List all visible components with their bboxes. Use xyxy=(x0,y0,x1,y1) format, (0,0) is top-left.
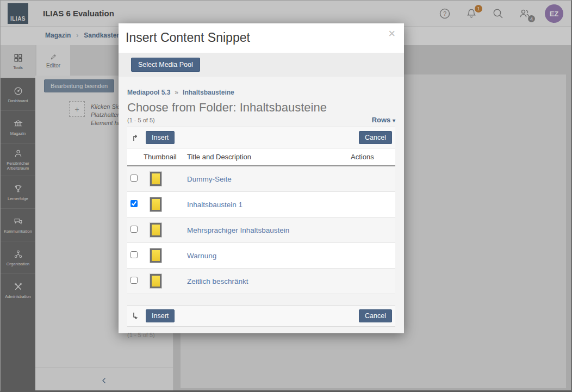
page-thumbnail-icon xyxy=(150,172,161,186)
chevron-down-icon: ▾ xyxy=(393,117,395,123)
table-row: Zeitlich beschränkt xyxy=(127,269,395,294)
media-pool-toolbar: Select Media Pool xyxy=(119,53,404,77)
table-row: Inhaltsbaustein 1 xyxy=(127,192,395,217)
row-title-link[interactable]: Warnung xyxy=(187,252,216,260)
modal-breadcrumb-link-mediapool[interactable]: Mediapool 5.3 xyxy=(127,89,170,96)
pagination-top: (1 - 5 of 5) xyxy=(127,117,155,123)
row-checkbox-2[interactable] xyxy=(130,226,138,233)
row-title-link[interactable]: Dummy-Seite xyxy=(187,175,232,183)
modal-title: Insert Content Snippet xyxy=(126,30,250,45)
column-header-title: Title and Description xyxy=(187,153,351,161)
table-toolbar-bottom: Insert Cancel xyxy=(127,305,395,327)
column-header-actions: Actions xyxy=(351,153,395,161)
insert-above-arrow-icon xyxy=(130,133,140,142)
row-title-link[interactable]: Mehrsprachiger Inhaltsbaustein xyxy=(187,226,289,234)
page-thumbnail-icon xyxy=(150,248,161,263)
content-snippet-table: Thumbnail Title and Description Actions … xyxy=(127,148,395,294)
table-header-row: Thumbnail Title and Description Actions xyxy=(127,148,395,166)
modal-breadcrumb-separator: » xyxy=(175,89,178,96)
modal-breadcrumb: Mediapool 5.3 » Inhaltsbausteine xyxy=(127,89,395,96)
row-checkbox-3[interactable] xyxy=(130,251,138,258)
row-checkbox-1[interactable] xyxy=(130,200,138,207)
page-thumbnail-icon xyxy=(150,223,161,237)
page-thumbnail-icon xyxy=(150,197,161,211)
select-media-pool-button[interactable]: Select Media Pool xyxy=(131,58,200,72)
rows-dropdown[interactable]: Rows ▾ xyxy=(372,116,395,124)
close-icon[interactable]: × xyxy=(388,28,395,40)
column-header-thumbnail: Thumbnail xyxy=(144,153,187,161)
modal-breadcrumb-link-folder[interactable]: Inhaltsbausteine xyxy=(183,89,234,96)
app-window: ILIAS ILIAS 6 Evaluation ? 1 xyxy=(0,0,572,392)
table-row: Mehrsprachiger Inhaltsbaustein xyxy=(127,217,395,243)
table-toolbar-top: Insert Cancel xyxy=(127,127,395,148)
cancel-button-top[interactable]: Cancel xyxy=(359,131,392,144)
row-title-link[interactable]: Zeitlich beschränkt xyxy=(187,277,248,285)
row-title-link[interactable]: Inhaltsbaustein 1 xyxy=(187,201,243,209)
insert-button-top[interactable]: Insert xyxy=(146,131,175,144)
folder-heading: Choose from Folder: Inhaltsbausteine xyxy=(127,101,395,115)
rows-dropdown-label: Rows xyxy=(372,116,391,124)
page-thumbnail-icon xyxy=(150,274,161,288)
table-row: Warnung xyxy=(127,243,395,269)
row-checkbox-4[interactable] xyxy=(130,277,138,284)
row-checkbox-0[interactable] xyxy=(130,175,138,182)
pagination-bottom: (1 - 5 of 5) xyxy=(127,332,395,338)
table-row: Dummy-Seite xyxy=(127,166,395,192)
modal-header: Insert Content Snippet × xyxy=(119,23,404,53)
insert-button-bottom[interactable]: Insert xyxy=(146,309,175,322)
cancel-button-bottom[interactable]: Cancel xyxy=(359,309,392,322)
insert-below-arrow-icon xyxy=(130,311,140,321)
insert-content-snippet-modal: Insert Content Snippet × Select Media Po… xyxy=(119,23,404,333)
